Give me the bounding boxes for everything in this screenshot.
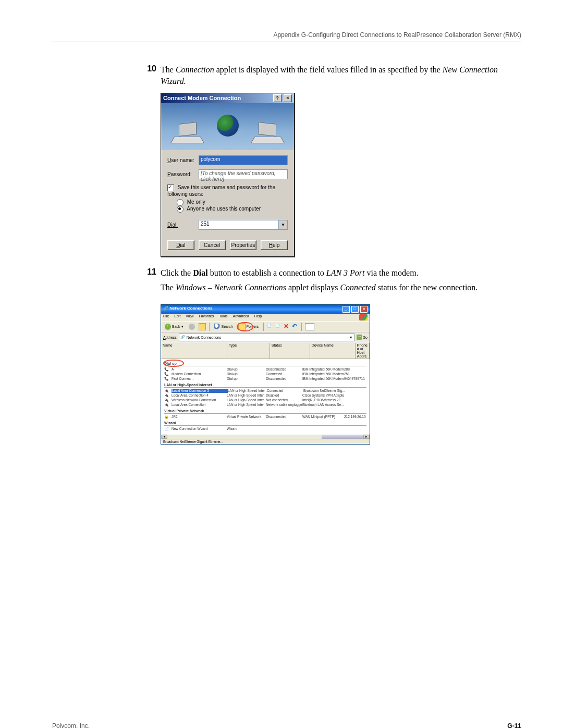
lan-icon (164, 389, 170, 393)
toolbar-separator (209, 323, 210, 331)
search-button[interactable]: Search (213, 323, 235, 330)
laptop-icon (254, 123, 283, 144)
col-device[interactable]: Device Name (310, 343, 356, 359)
group-dialup: Dial-up (161, 360, 370, 366)
cancel-button[interactable]: Cancel (199, 240, 226, 250)
minimize-button[interactable]: _ (342, 306, 350, 313)
lan-row[interactable]: Local Area Connection 3LAN or High-Speed… (161, 389, 370, 393)
dialup-row[interactable]: ADial-upDisconnectedIBM Integrated 56K M… (161, 367, 370, 372)
address-dropdown-icon[interactable]: ▼ (349, 336, 353, 339)
group-vpn: Virtual Private Network (161, 408, 370, 413)
up-button[interactable] (199, 323, 206, 330)
col-name[interactable]: Name (161, 343, 227, 359)
lan-icon (164, 403, 170, 407)
col-status[interactable]: Status (270, 343, 310, 359)
menu-advanced[interactable]: Advanced (233, 314, 249, 320)
dialog-titlebar: Connect Modem Connection ? × (161, 93, 294, 103)
toolbar-separator (301, 323, 302, 331)
step-10: 10 The Connection applet is displayed wi… (141, 64, 521, 88)
back-button[interactable]: Back ▾ (163, 323, 185, 330)
go-button[interactable]: Go (357, 335, 368, 340)
lan-row[interactable]: Wireless Network ConnectionLAN or High-S… (161, 398, 370, 403)
dialup-row[interactable]: Modem ConnectionDial-upConnectedIBM Inte… (161, 372, 370, 377)
views-button[interactable] (305, 323, 314, 330)
group-lan: LAN or High-Speed Internet (161, 381, 370, 387)
dialup-icon (164, 367, 170, 372)
connect-modem-dialog: Connect Modem Connection ? × User name: … (161, 93, 295, 257)
menu-tools[interactable]: Tools (219, 314, 227, 320)
forward-button[interactable] (187, 323, 197, 330)
step-11: 11 Click the Dial button to establish a … (141, 267, 521, 294)
dialup-row[interactable]: Fast Connec...Dial-upDisconnectedIBM Int… (161, 377, 370, 381)
undo-icon[interactable]: ↶ (292, 324, 298, 330)
username-label: User name: (167, 157, 199, 163)
s11-l2-ib: Connected (340, 283, 375, 292)
lan-row[interactable]: Local Area ConnectionLAN or High-Speed I… (161, 403, 370, 408)
forward-icon (189, 324, 195, 330)
save-credentials-checkbox[interactable] (167, 184, 174, 191)
s11-l2-b: applet displays (286, 283, 340, 292)
s11-l2-ia: Windows – Network Connections (176, 283, 286, 292)
maximize-button[interactable]: □ (351, 306, 359, 313)
wizard-icon (164, 427, 170, 431)
laptop-icon (173, 123, 201, 144)
vpn-row[interactable]: JR2Virtual Private NetworkDisconnectedWA… (161, 415, 370, 419)
address-value: Network Connections (187, 336, 222, 339)
step10-text-b: applet is displayed with the field value… (214, 65, 443, 74)
help-button[interactable]: Help (261, 240, 288, 250)
go-icon (357, 335, 362, 340)
s11-l2-a: The (161, 283, 176, 292)
address-icon: 🔗 (180, 335, 185, 339)
address-field[interactable]: 🔗 Network Connections ▼ (179, 334, 354, 341)
windows-logo-icon (359, 314, 368, 320)
back-icon (165, 324, 171, 330)
menu-file[interactable]: File (163, 314, 169, 320)
password-field[interactable]: [To change the saved password, click her… (199, 169, 288, 179)
horizontal-scrollbar[interactable]: ◄► (161, 435, 370, 439)
col-type[interactable]: Type (227, 343, 270, 359)
globe-icon (217, 115, 239, 137)
dialog-help-button[interactable]: ? (273, 94, 282, 102)
footer-company: Polycom, Inc. (52, 722, 90, 728)
s11-l1-bold: Dial (193, 268, 207, 277)
header-divider (52, 42, 521, 43)
menu-edit[interactable]: Edit (174, 314, 180, 320)
wizard-row[interactable]: New Connection WizardWizard (161, 427, 370, 431)
s11-l2-c: status for the new connection. (376, 283, 478, 292)
dialup-icon (164, 372, 170, 376)
menu-view[interactable]: View (186, 314, 193, 320)
s11-l1-a: Click the (161, 268, 193, 277)
s11-l1-b: button to establish a connection to (208, 268, 326, 277)
step10-italic-a: Connection (176, 65, 214, 74)
dial-button[interactable]: Dial (167, 240, 194, 250)
dialog-close-button[interactable]: × (284, 94, 292, 102)
network-connections-window: 🔗 Network Connections _ □ × File Edit Vi… (161, 304, 370, 445)
dial-field[interactable]: 251 (199, 220, 279, 230)
col-phone[interactable]: Phone # or Host Addre (356, 343, 370, 359)
anyone-radio[interactable] (177, 206, 183, 213)
menu-help[interactable]: Help (254, 314, 262, 320)
menu-favorites[interactable]: Favorites (199, 314, 214, 320)
status-bar: Broadcom NetXtreme Gigabit Etherne... (161, 439, 370, 444)
lan-row[interactable]: Local Area Connection 4LAN or High-Speed… (161, 393, 370, 398)
delete-icon[interactable]: ✕ (284, 324, 290, 330)
dialog-graphic (161, 103, 294, 150)
lan-icon (164, 398, 170, 402)
copy-to-icon[interactable]: 📄 (275, 324, 282, 330)
annotation-oval-folders (237, 322, 253, 331)
search-icon (214, 324, 221, 330)
properties-button[interactable]: Properties (230, 240, 257, 250)
save-credentials-label: Save this user name and password for the… (167, 184, 275, 197)
page-header: Appendix G-Configuring Direct Connection… (273, 31, 521, 39)
dial-dropdown-button[interactable]: ▼ (279, 220, 288, 230)
nc-title-text: Network Connections (169, 306, 212, 311)
close-button[interactable]: × (360, 306, 368, 313)
step-10-number: 10 (141, 64, 156, 88)
username-field[interactable]: polycom (199, 155, 288, 165)
address-bar: Address 🔗 Network Connections ▼ Go (161, 332, 370, 342)
move-to-icon[interactable]: 📄 (267, 324, 273, 330)
toolbar-separator (263, 323, 264, 331)
me-only-radio[interactable] (177, 199, 183, 206)
dial-label: Dial: (167, 222, 199, 228)
group-divider (164, 387, 366, 388)
